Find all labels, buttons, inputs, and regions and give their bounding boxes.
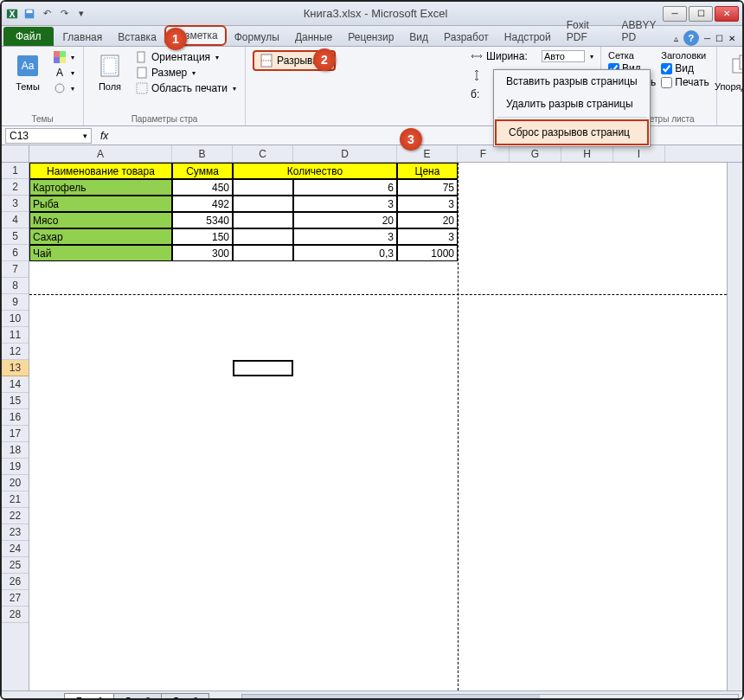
cells-area[interactable]: Наименование товараСуммаКоличествоЦенаКа… — [29, 163, 727, 690]
row-header-6[interactable]: 6 — [2, 245, 29, 261]
sheet-nav-first[interactable]: ⏮ — [5, 695, 17, 701]
cell-D5[interactable]: 3 — [293, 228, 397, 245]
cell-B4[interactable]: 5340 — [172, 212, 233, 228]
orientation-button[interactable]: Ориентация▾ — [134, 50, 238, 64]
cell-A5[interactable]: Сахар — [29, 228, 172, 245]
row-header-19[interactable]: 19 — [2, 459, 29, 475]
column-header-C[interactable]: C — [233, 145, 293, 162]
column-header-D[interactable]: D — [293, 145, 397, 162]
row-header-26[interactable]: 26 — [2, 574, 29, 590]
row-header-4[interactable]: 4 — [2, 212, 29, 228]
cell-E2[interactable]: 75 — [397, 179, 458, 196]
horizontal-scrollbar[interactable] — [241, 694, 739, 701]
select-all-corner[interactable] — [2, 145, 29, 163]
tab-review[interactable]: Рецензир — [340, 28, 401, 46]
cell-D4[interactable]: 20 — [293, 212, 397, 228]
print-area-button[interactable]: Область печати▾ — [134, 81, 238, 95]
cell-B5[interactable]: 150 — [172, 228, 233, 245]
cell-C6[interactable] — [233, 245, 293, 261]
sheet-nav-next[interactable]: ▶ — [33, 695, 45, 701]
help-icon[interactable]: ? — [683, 30, 699, 46]
sheet-nav-prev[interactable]: ◀ — [19, 695, 31, 701]
tab-foxit[interactable]: Foxit PDF — [559, 16, 614, 46]
row-header-22[interactable]: 22 — [2, 508, 29, 524]
size-button[interactable]: Размер▾ — [134, 66, 238, 80]
row-header-2[interactable]: 2 — [2, 179, 29, 196]
themes-button[interactable]: Aa Темы — [9, 50, 47, 93]
tab-view[interactable]: Вид — [401, 28, 436, 46]
cell-E3[interactable]: 3 — [397, 196, 458, 212]
cell-B1[interactable]: Сумма — [172, 163, 233, 179]
margins-button[interactable]: Поля — [91, 50, 129, 93]
cell-D3[interactable]: 3 — [293, 196, 397, 212]
row-header-11[interactable]: 11 — [2, 327, 29, 344]
redo-icon[interactable]: ↷ — [57, 7, 71, 21]
row-header-7[interactable]: 7 — [2, 261, 29, 278]
row-header-8[interactable]: 8 — [2, 278, 29, 294]
cell-B2[interactable]: 450 — [172, 179, 233, 196]
sheet-tab-1[interactable]: Лист1 — [64, 693, 114, 700]
cell-C4[interactable] — [233, 212, 293, 228]
name-box[interactable]: C13▾ — [5, 128, 92, 144]
cell-C1[interactable]: Количество — [233, 163, 397, 179]
theme-effects-button[interactable]: ▾ — [52, 81, 76, 95]
cell-E1[interactable]: Цена — [397, 163, 458, 179]
cell-C2[interactable] — [233, 179, 293, 196]
cell-E5[interactable]: 3 — [397, 228, 458, 245]
cell-A6[interactable]: Чай — [29, 245, 172, 261]
cell-C13[interactable] — [233, 360, 293, 376]
column-header-B[interactable]: B — [172, 145, 233, 162]
row-header-1[interactable]: 1 — [2, 163, 29, 179]
cell-A2[interactable]: Картофель — [29, 179, 172, 196]
row-header-12[interactable]: 12 — [2, 344, 29, 360]
cell-D6[interactable]: 0,3 — [293, 245, 397, 261]
cell-E4[interactable]: 20 — [397, 212, 458, 228]
row-header-18[interactable]: 18 — [2, 442, 29, 459]
column-header-A[interactable]: A — [29, 145, 172, 162]
menu-remove-break[interactable]: Удалить разрыв страницы — [494, 93, 650, 115]
row-header-15[interactable]: 15 — [2, 393, 29, 409]
arrange-button[interactable]: Упорядочить — [724, 50, 744, 93]
sheet-nav-last[interactable]: ⏭ — [47, 695, 59, 701]
row-header-13[interactable]: 13 — [2, 360, 29, 376]
theme-fonts-button[interactable]: A▾ — [52, 66, 76, 80]
sheet-tab-3[interactable]: Лист3 — [161, 693, 209, 700]
row-header-28[interactable]: 28 — [2, 607, 29, 623]
tab-insert[interactable]: Вставка — [110, 28, 164, 46]
tab-file[interactable]: Файл — [3, 27, 54, 46]
column-header-I[interactable]: I — [613, 145, 665, 162]
menu-insert-break[interactable]: Вставить разрыв страницы — [494, 70, 650, 93]
vertical-scrollbar[interactable] — [727, 163, 742, 690]
row-header-24[interactable]: 24 — [2, 541, 29, 557]
row-header-17[interactable]: 17 — [2, 426, 29, 442]
tab-abbyy[interactable]: ABBYY PD — [614, 16, 674, 46]
ribbon-minimize-icon[interactable]: ▵ — [674, 34, 678, 43]
row-header-16[interactable]: 16 — [2, 409, 29, 426]
headings-view-checkbox[interactable] — [661, 63, 672, 74]
fx-icon[interactable]: fx — [100, 130, 108, 142]
row-header-27[interactable]: 27 — [2, 590, 29, 607]
maximize-button[interactable]: ☐ — [689, 6, 713, 22]
close-button[interactable]: ✕ — [715, 6, 739, 22]
doc-minimize-icon[interactable]: ─ — [704, 34, 710, 43]
cell-E6[interactable]: 1000 — [397, 245, 458, 261]
undo-icon[interactable]: ↶ — [40, 7, 54, 21]
new-sheet-button[interactable]: ✦ — [212, 695, 224, 701]
row-header-3[interactable]: 3 — [2, 196, 29, 212]
cell-A4[interactable]: Мясо — [29, 212, 172, 228]
menu-reset-breaks[interactable]: Сброс разрывов страниц — [495, 119, 649, 145]
cell-A3[interactable]: Рыба — [29, 196, 172, 212]
tab-data[interactable]: Данные — [287, 28, 340, 46]
row-header-14[interactable]: 14 — [2, 376, 29, 393]
cell-C5[interactable] — [233, 228, 293, 245]
tab-developer[interactable]: Разработ — [436, 28, 497, 46]
tab-home[interactable]: Главная — [55, 28, 111, 46]
column-header-G[interactable]: G — [510, 145, 561, 162]
cell-B6[interactable]: 300 — [172, 245, 233, 261]
column-header-H[interactable]: H — [561, 145, 613, 162]
row-header-23[interactable]: 23 — [2, 524, 29, 541]
row-header-10[interactable]: 10 — [2, 311, 29, 327]
qat-more-icon[interactable]: ▾ — [74, 7, 88, 21]
tab-formulas[interactable]: Формулы — [227, 28, 287, 46]
cell-D2[interactable]: 6 — [293, 179, 397, 196]
